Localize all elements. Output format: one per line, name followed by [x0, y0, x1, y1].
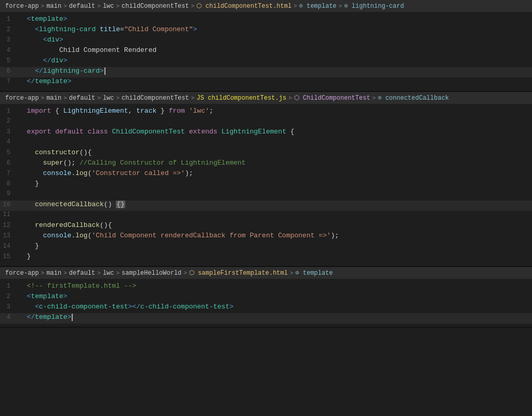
breadcrumb-bar: force-app>main>default>lwc>childComponen…: [0, 92, 532, 104]
breadcrumb-part: >: [63, 270, 67, 276]
line-number: 2: [0, 293, 19, 300]
line-content: <lightning-card title="Child Component">: [19, 25, 532, 33]
token: console: [43, 232, 72, 239]
panel-1: force-app>main>default>lwc>childComponen…: [0, 92, 532, 267]
token: <: [35, 303, 39, 311]
token: }: [19, 180, 39, 187]
token: ,: [128, 107, 137, 115]
line-content: <!-- firstTemplate.html -->: [19, 282, 532, 290]
token: ();: [63, 159, 79, 167]
token: >: [68, 313, 72, 321]
token: ></: [128, 303, 140, 311]
line-number: 4: [0, 47, 19, 54]
token: c-child-component-test: [140, 303, 230, 311]
breadcrumb-part: >: [41, 270, 45, 276]
line-number: 13: [0, 232, 19, 239]
line-content: Child Component Rendered: [19, 46, 532, 54]
token: "Child Component": [124, 25, 193, 33]
token: [19, 25, 35, 33]
code-line: 6 </lightning-card>: [0, 67, 532, 77]
breadcrumb-part: >: [116, 270, 119, 276]
line-content: console.log('Constructor called =>');: [19, 169, 532, 177]
token: [19, 221, 35, 229]
line-number: 7: [0, 170, 19, 177]
breadcrumb-part: >: [191, 95, 195, 101]
code-line: 3 <c-child-component-test></c-child-comp…: [0, 303, 532, 313]
line-number: 3: [0, 128, 19, 136]
token: =: [120, 25, 124, 33]
token: from: [169, 107, 185, 115]
line-number: 5: [0, 57, 19, 64]
breadcrumb-part: >: [41, 95, 45, 101]
line-content: super(); //Calling Constructor of Lightn…: [19, 159, 532, 167]
token: renderedCallback: [35, 221, 100, 229]
code-line: 14 }: [0, 242, 532, 252]
code-line: 1 <template>: [0, 15, 532, 25]
token: </: [27, 77, 35, 85]
token: template: [35, 313, 67, 321]
panel-2: force-app>main>default>lwc>sampleHelloWo…: [0, 267, 532, 328]
breadcrumb-part: JS childComponentTest.js: [196, 95, 286, 102]
token: [19, 107, 27, 115]
token: (){: [79, 149, 91, 156]
breadcrumb-part: ⊙ template: [299, 2, 337, 10]
token: import: [27, 107, 51, 115]
token: [19, 149, 35, 156]
breadcrumb-part: default: [69, 95, 95, 102]
token: );: [185, 169, 193, 177]
token: 'Constructor called =>': [91, 169, 184, 177]
breadcrumb-part: >: [373, 95, 376, 101]
token: [19, 128, 27, 136]
breadcrumb-part: >: [290, 270, 294, 276]
token: default: [55, 128, 84, 136]
token: 'Child Component renderedCallback from P…: [91, 232, 330, 239]
token: log: [75, 169, 87, 177]
line-number: 7: [0, 78, 19, 85]
line-content: <template>: [19, 292, 532, 300]
code-line: 7 console.log('Constructor called =>');: [0, 169, 532, 180]
token: [84, 128, 88, 136]
line-content: export default class ChildComponentTest …: [19, 128, 532, 136]
breadcrumb-part: >: [63, 95, 67, 101]
breadcrumb-part: >: [191, 3, 195, 9]
token: export: [27, 128, 51, 136]
line-content: <div>: [19, 36, 532, 44]
token: lightning-card: [43, 67, 100, 75]
line-number: 6: [0, 68, 19, 75]
line-number: 9: [0, 190, 19, 197]
token: template: [35, 77, 67, 85]
token: >: [230, 303, 234, 311]
line-number: 12: [0, 222, 19, 229]
code-line: 1 import { LightningElement, track } fro…: [0, 107, 532, 117]
token: Child Component Rendered: [19, 46, 156, 54]
line-number: 15: [0, 253, 19, 260]
line-number: 5: [0, 149, 19, 156]
line-content: <c-child-component-test></c-child-compon…: [19, 303, 532, 311]
token: div: [47, 36, 59, 44]
code-line: 5 </div>: [0, 57, 532, 67]
code-area: 1 <!-- firstTemplate.html -->2 <template…: [0, 279, 532, 327]
token: {: [51, 107, 63, 115]
breadcrumb-part: ⬡ childComponentTest.html: [196, 2, 291, 10]
token: >: [68, 77, 72, 85]
breadcrumb-part: >: [97, 95, 101, 101]
app-container: force-app>main>default>lwc>childComponen…: [0, 0, 532, 328]
code-line: 13 console.log('Child Component rendered…: [0, 232, 532, 242]
token: [19, 169, 43, 177]
breadcrumb-part: ⊙ connectedCallback: [378, 94, 449, 102]
token: }: [156, 107, 165, 115]
line-number: 4: [0, 314, 19, 321]
token: template: [31, 292, 63, 300]
token: </: [35, 67, 43, 75]
breadcrumb-part: >: [97, 270, 101, 276]
token: [19, 200, 35, 208]
token: }: [19, 252, 31, 260]
token: {: [286, 128, 295, 136]
text-cursor: [72, 314, 73, 321]
token: extends: [189, 128, 218, 136]
token: template: [31, 15, 63, 23]
breadcrumb-part: default: [69, 3, 95, 10]
token: LightningElement: [221, 128, 286, 136]
token: [217, 128, 221, 136]
token: ChildComponentTest: [112, 128, 184, 136]
